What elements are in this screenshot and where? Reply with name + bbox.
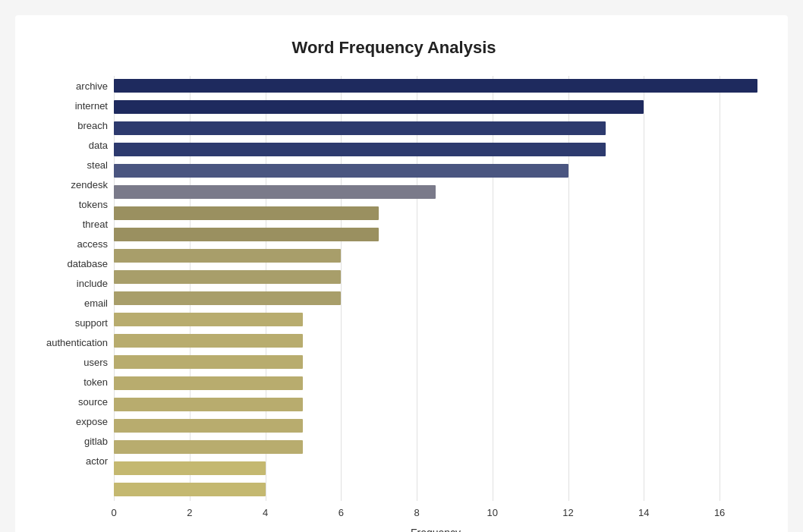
bars-list <box>114 76 757 501</box>
y-label: users <box>83 352 108 372</box>
bar <box>114 291 341 305</box>
bars-and-grid <box>114 76 757 501</box>
bar-row <box>114 480 757 499</box>
y-label: source <box>78 392 108 411</box>
y-label: zendesk <box>71 175 108 194</box>
y-labels: archiveinternetbreachdatastealzendesktok… <box>30 76 114 501</box>
y-label: data <box>89 135 108 155</box>
y-label: database <box>68 253 109 273</box>
bar <box>114 185 436 199</box>
x-tick-label: 12 <box>562 507 573 518</box>
chart-area: archiveinternetbreachdatastealzendesktok… <box>30 76 757 501</box>
bar <box>114 376 303 390</box>
y-label: include <box>77 273 108 293</box>
x-tick-label: 8 <box>414 507 419 518</box>
chart-container: Word Frequency Analysis archiveinternetb… <box>15 15 788 532</box>
bar-row <box>114 310 757 329</box>
y-label: email <box>84 293 108 313</box>
bar-row <box>114 267 757 287</box>
bar-row <box>114 416 757 436</box>
bar <box>114 270 341 284</box>
x-tick-label: 10 <box>487 507 498 518</box>
bar <box>114 398 303 411</box>
bar <box>114 419 303 433</box>
bar-row <box>114 97 757 117</box>
bar-row <box>114 288 757 308</box>
bar-row <box>114 373 757 393</box>
bar <box>114 483 266 496</box>
bar <box>114 79 757 93</box>
bar-row <box>114 76 757 96</box>
y-label: gitlab <box>84 431 108 451</box>
bar <box>114 121 606 135</box>
y-label: breach <box>77 115 108 135</box>
chart-bottom: 0246810121416 Frequency <box>114 507 757 532</box>
x-tick-label: 4 <box>263 507 268 518</box>
bar-row <box>114 352 757 372</box>
bar-row <box>114 458 757 478</box>
y-label: archive <box>76 76 108 96</box>
y-label: internet <box>75 96 108 115</box>
chart-title: Word Frequency Analysis <box>30 38 757 58</box>
y-label: tokens <box>79 194 108 214</box>
bar-row <box>114 225 757 244</box>
y-label: support <box>75 313 108 332</box>
bar <box>114 100 644 114</box>
bar <box>114 355 303 369</box>
x-tick-label: 16 <box>714 507 725 518</box>
bar-row <box>114 395 757 414</box>
x-tick-label: 6 <box>339 507 344 518</box>
y-label: access <box>77 234 108 253</box>
y-label: steal <box>87 155 108 175</box>
x-tick-label: 2 <box>187 507 192 518</box>
x-tick-label: 14 <box>638 507 649 518</box>
x-axis: 0246810121416 <box>114 507 757 522</box>
bar-row <box>114 182 757 202</box>
y-label: token <box>83 372 108 392</box>
bar-row <box>114 331 757 351</box>
bar <box>114 313 303 326</box>
bar <box>114 164 568 178</box>
bar-row <box>114 437 757 457</box>
bar <box>114 228 379 241</box>
y-label: actor <box>86 451 108 471</box>
bar <box>114 249 341 263</box>
bar-row <box>114 118 757 138</box>
bar-row <box>114 246 757 266</box>
y-label: authentication <box>46 332 108 352</box>
bar <box>114 461 266 475</box>
bar-row <box>114 203 757 223</box>
bar-row <box>114 140 757 159</box>
y-label: expose <box>76 411 108 431</box>
bar <box>114 334 303 348</box>
x-tick-label: 0 <box>111 507 116 518</box>
bar <box>114 143 606 156</box>
bar-row <box>114 161 757 181</box>
bar <box>114 440 303 454</box>
bar <box>114 206 379 220</box>
y-label: threat <box>83 214 108 234</box>
x-axis-title: Frequency <box>114 527 757 532</box>
